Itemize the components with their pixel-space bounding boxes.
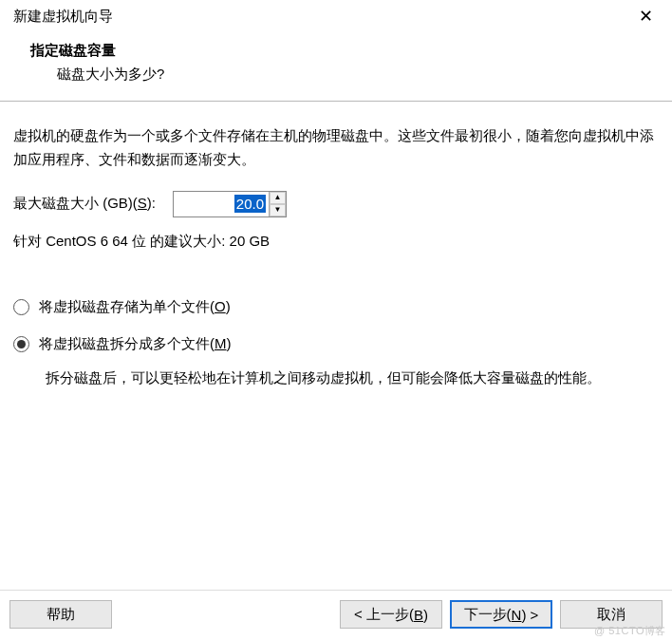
window-title: 新建虚拟机向导 <box>13 8 113 26</box>
content-area: 虚拟机的硬盘作为一个或多个文件存储在主机的物理磁盘中。这些文件最初很小，随着您向… <box>0 102 672 590</box>
spinner-down-icon[interactable]: ▼ <box>270 204 286 216</box>
disk-size-label: 最大磁盘大小 (GB)(S): <box>13 195 156 213</box>
next-button[interactable]: 下一步(N) > <box>450 600 552 629</box>
disk-size-row: 最大磁盘大小 (GB)(S): 20.0 ▲ ▼ <box>13 191 659 217</box>
disk-size-spinner[interactable]: 20.0 ▲ ▼ <box>173 191 287 217</box>
radio-single-file-label[interactable]: 将虚拟磁盘存储为单个文件(O) <box>39 298 231 316</box>
disk-split-radio-group: 将虚拟磁盘存储为单个文件(O) 将虚拟磁盘拆分成多个文件(M) 拆分磁盘后，可以… <box>13 298 659 390</box>
radio-split-files-label[interactable]: 将虚拟磁盘拆分成多个文件(M) <box>39 335 232 353</box>
help-button[interactable]: 帮助 <box>9 600 112 629</box>
description-text: 虚拟机的硬盘作为一个或多个文件存储在主机的物理磁盘中。这些文件最初很小，随着您向… <box>13 124 659 172</box>
radio-single-file-row[interactable]: 将虚拟磁盘存储为单个文件(O) <box>13 298 659 316</box>
back-button[interactable]: < 上一步(B) <box>340 600 442 629</box>
titlebar: 新建虚拟机向导 ✕ <box>0 0 672 34</box>
header-title: 指定磁盘容量 <box>30 42 659 60</box>
disk-size-input[interactable]: 20.0 <box>174 192 269 216</box>
radio-single-file[interactable] <box>13 299 29 315</box>
close-icon[interactable]: ✕ <box>633 6 659 27</box>
spinner-up-icon[interactable]: ▲ <box>270 192 286 204</box>
spinner-buttons: ▲ ▼ <box>269 192 286 216</box>
radio-split-files-row[interactable]: 将虚拟磁盘拆分成多个文件(M) <box>13 335 659 353</box>
wizard-header: 指定磁盘容量 磁盘大小为多少? <box>0 34 672 102</box>
button-bar: 帮助 < 上一步(B) 下一步(N) > 取消 <box>0 590 672 640</box>
cancel-button[interactable]: 取消 <box>560 600 663 629</box>
radio-split-files[interactable] <box>13 336 29 352</box>
radio-split-description: 拆分磁盘后，可以更轻松地在计算机之间移动虚拟机，但可能会降低大容量磁盘的性能。 <box>13 367 659 390</box>
header-subtitle: 磁盘大小为多少? <box>30 66 659 84</box>
recommended-size-text: 针对 CentOS 6 64 位 的建议大小: 20 GB <box>13 233 659 251</box>
